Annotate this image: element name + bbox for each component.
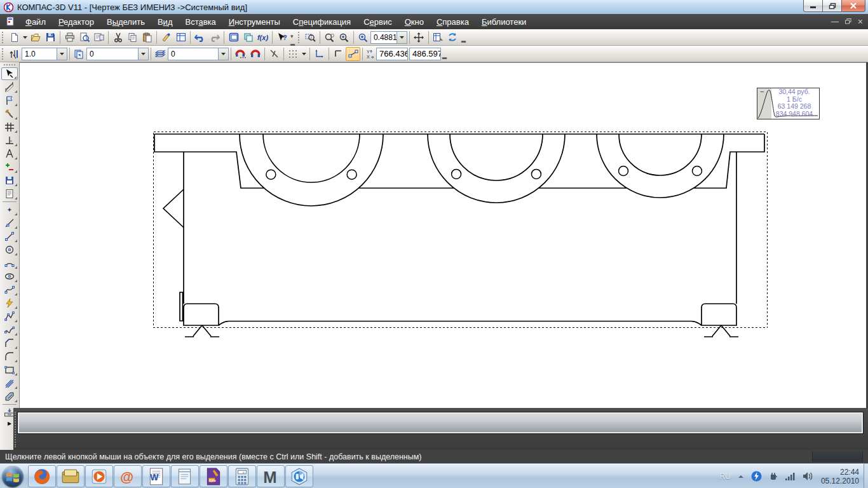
step-combo[interactable]: 1.0 bbox=[22, 48, 67, 60]
new-document-button[interactable] bbox=[7, 30, 22, 44]
snap-settings-button[interactable] bbox=[233, 47, 248, 61]
volume-tray-icon[interactable] bbox=[803, 471, 813, 481]
taskbar-kompas[interactable] bbox=[285, 465, 313, 487]
open-button[interactable] bbox=[29, 30, 43, 44]
layer-combo[interactable]: 0 bbox=[86, 48, 149, 60]
toolbar-overflow2[interactable]: ▂ bbox=[461, 36, 466, 43]
show-desktop-button[interactable] bbox=[864, 464, 868, 488]
mdi-close-button[interactable]: × bbox=[858, 17, 863, 27]
toolbar2-overflow[interactable]: ▂ bbox=[442, 53, 447, 59]
minimize-button[interactable] bbox=[803, 0, 823, 12]
show-hidden-icons[interactable] bbox=[737, 474, 745, 479]
language-indicator[interactable]: RU bbox=[720, 472, 731, 481]
grid-button[interactable] bbox=[286, 47, 301, 61]
zoom-rect-button[interactable] bbox=[303, 30, 318, 44]
menu-редактор[interactable]: Редактор bbox=[52, 15, 100, 29]
pan-button[interactable] bbox=[412, 30, 426, 44]
drawing-canvas[interactable]: − 30,44 руб.1 Б/с63 149 268834 948 604 bbox=[20, 62, 866, 408]
toolbar-overflow[interactable]: ▾▂ bbox=[290, 33, 295, 46]
new-document-dropdown[interactable] bbox=[22, 30, 29, 44]
tool-arc[interactable] bbox=[1, 257, 18, 269]
angle-snap-button[interactable] bbox=[267, 47, 281, 61]
taskbar-notepad[interactable] bbox=[171, 465, 199, 487]
tool-save-view[interactable] bbox=[1, 174, 18, 187]
tool-circle[interactable] bbox=[1, 243, 18, 256]
tool-spline[interactable] bbox=[1, 323, 18, 336]
tray-clock[interactable]: 22:4405.12.2010 bbox=[821, 468, 859, 485]
context-help-button[interactable]: ? bbox=[275, 30, 289, 44]
x-coordinate-field[interactable]: 766.436 bbox=[376, 48, 408, 60]
start-button[interactable] bbox=[2, 466, 24, 487]
zoom-out-button[interactable] bbox=[322, 30, 337, 44]
grid-dropdown[interactable] bbox=[301, 47, 308, 61]
tool-point[interactable] bbox=[1, 203, 18, 216]
copy-properties-button[interactable] bbox=[159, 30, 173, 44]
taskbar-media-player[interactable] bbox=[85, 465, 113, 487]
menu-библиотеки[interactable]: Библиотеки bbox=[475, 15, 532, 29]
tool-polyline[interactable] bbox=[1, 310, 18, 323]
menu-вставка[interactable]: Вставка bbox=[179, 15, 222, 29]
taskbar-explorer[interactable] bbox=[57, 465, 85, 487]
taskbar-djvu[interactable]: DjVu bbox=[200, 465, 227, 487]
menu-окно[interactable]: Окно bbox=[398, 15, 430, 29]
fx-button[interactable]: f(x) bbox=[255, 30, 270, 44]
toolbar-grip2[interactable] bbox=[298, 32, 301, 43]
layers-button[interactable] bbox=[72, 47, 86, 61]
y-coordinate-field[interactable]: 486.597 bbox=[409, 48, 441, 60]
window-manager-button[interactable] bbox=[226, 30, 241, 44]
toolbar2-grip[interactable] bbox=[2, 48, 4, 60]
taskbar-mail[interactable]: @ bbox=[114, 465, 142, 487]
sheets-button[interactable] bbox=[153, 47, 168, 61]
property-bar-grip[interactable] bbox=[15, 412, 16, 447]
taskbar-mathcad[interactable]: M bbox=[257, 465, 285, 487]
tool-select-arrow[interactable] bbox=[1, 67, 18, 80]
restore-button[interactable] bbox=[822, 0, 842, 12]
taskbar-word[interactable]: W bbox=[142, 465, 170, 487]
toolbar-grip[interactable] bbox=[2, 32, 4, 43]
tool-sheet-doc[interactable] bbox=[1, 187, 18, 200]
power-tray-icon[interactable] bbox=[768, 471, 778, 482]
menu-сервис[interactable]: Сервис bbox=[357, 15, 398, 29]
antivirus-tray-icon[interactable] bbox=[751, 471, 762, 482]
save-button[interactable] bbox=[43, 30, 58, 44]
tool-compass[interactable] bbox=[1, 147, 18, 160]
tool-build-tool[interactable] bbox=[1, 107, 18, 120]
redo-button[interactable] bbox=[207, 30, 222, 44]
tool-measure[interactable] bbox=[1, 81, 18, 93]
zoom-combo[interactable]: 0.4881 bbox=[370, 31, 407, 44]
mdi-restore-button[interactable] bbox=[845, 18, 851, 25]
tool-plus-minus[interactable] bbox=[1, 161, 18, 173]
zoom-in-button[interactable] bbox=[356, 30, 370, 44]
tool-lightning[interactable] bbox=[1, 297, 18, 309]
paste-button[interactable] bbox=[140, 30, 154, 44]
cut-button[interactable] bbox=[111, 30, 125, 44]
close-button[interactable] bbox=[841, 0, 865, 12]
menu-выделить[interactable]: Выделить bbox=[100, 15, 151, 29]
panel-grip[interactable] bbox=[4, 64, 15, 67]
variables-button[interactable] bbox=[241, 30, 255, 44]
roundoff-button[interactable] bbox=[346, 47, 360, 61]
tool-chamfer[interactable] bbox=[1, 337, 18, 349]
menu-файл[interactable]: Файл bbox=[19, 15, 52, 29]
tool-perpendicular-tool[interactable] bbox=[1, 134, 18, 147]
tool-hatch-lines[interactable] bbox=[1, 377, 18, 390]
undo-button[interactable] bbox=[193, 30, 207, 44]
tool-ellipse[interactable] bbox=[1, 270, 18, 283]
monitor-minimize[interactable]: − bbox=[760, 88, 764, 95]
rebuild-button[interactable] bbox=[431, 30, 445, 44]
menu-справка[interactable]: Справка bbox=[430, 15, 475, 29]
menu-вид[interactable]: Вид bbox=[151, 15, 179, 29]
tool-rectangle[interactable] bbox=[1, 363, 18, 376]
mdi-minimize-button[interactable]: — bbox=[831, 17, 839, 26]
network-tray-icon[interactable] bbox=[785, 471, 796, 481]
local-csys-button[interactable] bbox=[312, 47, 327, 61]
ortho-button[interactable] bbox=[331, 47, 346, 61]
print-button[interactable] bbox=[62, 30, 77, 44]
taskbar-calculator[interactable]: 0 bbox=[228, 465, 256, 487]
tool-curve[interactable] bbox=[1, 283, 18, 296]
zoom-pan-button[interactable] bbox=[337, 30, 351, 44]
tool-annotation-flag[interactable] bbox=[1, 94, 18, 107]
copy-button[interactable] bbox=[125, 30, 140, 44]
cursor-step-button[interactable] bbox=[7, 47, 22, 61]
properties-button[interactable] bbox=[173, 30, 188, 44]
